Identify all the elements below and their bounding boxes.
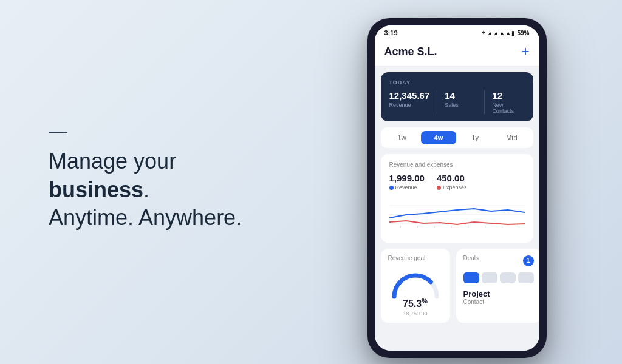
expenses-dot xyxy=(437,186,441,190)
chart-label: Revenue and expenses xyxy=(389,161,525,168)
stat-contacts: 12 New Contacts xyxy=(484,90,524,114)
wifi-icon: ▴ xyxy=(507,30,510,36)
today-label: TODAY xyxy=(389,79,525,86)
deals-badge: 1 xyxy=(523,255,534,266)
gauge-percent-sign: % xyxy=(422,297,428,305)
deal-avatar-2 xyxy=(500,272,516,283)
headline-text-normal: Manage your xyxy=(49,149,176,174)
period-tabs: 1w 4w 1y Mtd xyxy=(381,127,533,148)
stat-sales-label: Sales xyxy=(445,102,477,108)
tab-mtd[interactable]: Mtd xyxy=(494,131,529,144)
expenses-legend: Expenses xyxy=(437,184,467,190)
deals-header: Deals 1 xyxy=(463,255,534,266)
tab-1w[interactable]: 1w xyxy=(384,131,420,144)
today-stats: 12,345.67 Revenue 14 Sales 12 New Contac… xyxy=(389,90,525,114)
revenue-group: 1,999.00 Revenue xyxy=(389,173,425,190)
chart-svg xyxy=(389,197,525,233)
stat-revenue-value: 12,345.67 xyxy=(389,90,430,101)
add-button[interactable]: + xyxy=(522,44,530,59)
tab-4w[interactable]: 4w xyxy=(421,131,456,144)
stat-contacts-label: New Contacts xyxy=(492,102,524,114)
bottom-row: Revenue goal 75.3% 18,750.00 xyxy=(381,249,533,323)
battery-percent: 59% xyxy=(517,30,529,36)
left-panel: Manage your business. Anytime. Anywhere. xyxy=(0,95,292,269)
expenses-legend-text: Expenses xyxy=(443,184,467,190)
bluetooth-icon: ⌖ xyxy=(482,29,485,36)
gauge-value: 75.3% xyxy=(403,297,428,309)
gauge-container: 75.3% 18,750.00 xyxy=(388,266,443,317)
gauge-sub-value: 18,750.00 xyxy=(403,311,427,317)
app-header: Acme S.L. + xyxy=(375,39,539,66)
decorative-line xyxy=(49,132,67,133)
expenses-group: 450.00 Expenses xyxy=(437,173,467,190)
tab-1y[interactable]: 1y xyxy=(457,131,493,144)
deal-title: Project xyxy=(463,289,534,298)
gauge-svg xyxy=(388,266,443,300)
revenue-legend-text: Revenue xyxy=(395,184,417,190)
stat-contacts-value: 12 xyxy=(492,90,524,101)
revenue-goal-label: Revenue goal xyxy=(388,255,443,261)
headline-text-end: . xyxy=(143,177,149,202)
company-name: Acme S.L. xyxy=(384,46,437,58)
revenue-goal-card: Revenue goal 75.3% 18,750.00 xyxy=(381,249,450,323)
headline-text-bold: business xyxy=(49,177,143,202)
deal-avatars xyxy=(463,272,534,283)
deal-sub: Contact xyxy=(463,298,534,305)
deals-card: Deals 1 Project Contact xyxy=(456,249,539,323)
today-card: TODAY 12,345.67 Revenue 14 Sales 12 New xyxy=(381,72,533,121)
deal-avatar-3 xyxy=(518,272,534,283)
revenue-dot xyxy=(389,186,394,190)
gauge-percent-value: 75.3 xyxy=(403,298,422,309)
headline: Manage your business. Anytime. Anywhere. xyxy=(49,147,255,232)
phone-wrapper: 3:19 ⌖ ▲▲▲ ▴ ▮ 59% Acme S.L. + TODAY xyxy=(292,0,622,364)
phone-screen: 3:19 ⌖ ▲▲▲ ▴ ▮ 59% Acme S.L. + TODAY xyxy=(375,25,539,351)
status-time: 3:19 xyxy=(384,29,398,36)
deals-label: Deals xyxy=(463,255,479,261)
chart-card: Revenue and expenses 1,999.00 Revenue 45… xyxy=(381,154,533,243)
chart-values: 1,999.00 Revenue 450.00 Expenses xyxy=(389,173,525,190)
deal-avatar-1 xyxy=(482,272,497,283)
phone-device: 3:19 ⌖ ▲▲▲ ▴ ▮ 59% Acme S.L. + TODAY xyxy=(367,18,547,358)
headline-subline: Anytime. Anywhere. xyxy=(49,205,242,230)
deal-avatar-active xyxy=(463,272,479,283)
expenses-value: 450.00 xyxy=(437,173,467,183)
battery-icon: ▮ xyxy=(511,30,515,36)
status-bar: 3:19 ⌖ ▲▲▲ ▴ ▮ 59% xyxy=(375,25,539,39)
status-icons: ⌖ ▲▲▲ ▴ ▮ 59% xyxy=(482,29,530,36)
revenue-value: 1,999.00 xyxy=(389,173,425,183)
app-content: TODAY 12,345.67 Revenue 14 Sales 12 New xyxy=(375,66,539,351)
stat-sales-value: 14 xyxy=(445,90,477,101)
stat-revenue: 12,345.67 Revenue xyxy=(389,90,437,114)
stat-revenue-label: Revenue xyxy=(389,102,430,108)
stat-sales: 14 Sales xyxy=(437,90,484,114)
signal-icon: ▲▲▲ xyxy=(487,30,505,36)
revenue-legend: Revenue xyxy=(389,184,425,190)
